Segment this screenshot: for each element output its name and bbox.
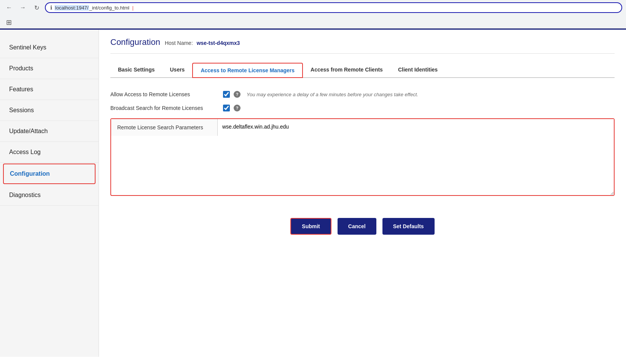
address-text: localhost:1947/_int/config_to.html | [54,5,134,11]
allow-access-label: Allow Access to Remote Licenses [110,91,217,97]
address-highlight: localhost:1947/ [54,5,89,11]
browser-tabs-bar: ⊞ [0,15,626,28]
sidebar-item-sessions[interactable]: Sessions [0,100,99,121]
cancel-button[interactable]: Cancel [338,218,376,235]
host-label: Host Name: wse-tst-d4qxmx3 [165,40,240,46]
allow-access-row: Allow Access to Remote Licenses ? You ma… [110,91,615,98]
browser-content: Sentinel Keys Products Features Sessions… [0,29,626,357]
button-row: Submit Cancel Set Defaults [110,218,615,235]
browser-toolbar: ← → ↻ ℹ localhost:1947/_int/config_to.ht… [0,0,626,15]
forward-button[interactable]: → [18,2,28,13]
sidebar-item-configuration[interactable]: Configuration [3,164,96,184]
sidebar-item-diagnostics[interactable]: Diagnostics [0,185,99,206]
allow-access-info-text: You may experience a delay of a few minu… [247,92,418,97]
main-content: Configuration Host Name: wse-tst-d4qxmx3… [99,30,626,357]
sidebar-item-products[interactable]: Products [0,58,99,79]
tab-client-identities[interactable]: Client Identities [390,63,445,78]
tabs-bar: Basic Settings Users Access to Remote Li… [110,63,615,78]
broadcast-checkbox[interactable] [223,105,230,111]
host-name: wse-tst-d4qxmx3 [197,40,240,46]
tab-access-remote-license[interactable]: Access to Remote License Managers [192,63,303,78]
refresh-button[interactable]: ↻ [31,2,42,13]
page-header: Configuration Host Name: wse-tst-d4qxmx3 [110,37,615,54]
tab-access-remote-clients[interactable]: Access from Remote Clients [303,63,390,78]
set-defaults-button[interactable]: Set Defaults [382,218,435,235]
allow-access-controls: ? [223,91,241,98]
search-params-label: Remote License Search Parameters [111,119,218,136]
sidebar-item-access-log[interactable]: Access Log [0,142,99,163]
allow-access-help-icon[interactable]: ? [234,91,241,98]
browser-chrome: ← → ↻ ℹ localhost:1947/_int/config_to.ht… [0,0,626,29]
broadcast-row: Broadcast Search for Remote Licenses ? [110,105,615,111]
broadcast-help-icon[interactable]: ? [234,105,241,111]
broadcast-label: Broadcast Search for Remote Licenses [110,105,217,111]
tab-basic-settings[interactable]: Basic Settings [110,63,162,78]
app-layout: Sentinel Keys Products Features Sessions… [0,30,626,357]
sidebar-item-update-attach[interactable]: Update/Attach [0,121,99,142]
tab-users[interactable]: Users [162,63,192,78]
search-params-textarea[interactable] [218,119,614,195]
sidebar: Sentinel Keys Products Features Sessions… [0,30,99,357]
grid-icon[interactable]: ⊞ [4,17,14,28]
search-params-row: Remote License Search Parameters [110,118,615,196]
sidebar-item-sentinel-keys[interactable]: Sentinel Keys [0,37,99,58]
allow-access-checkbox[interactable] [223,91,230,98]
submit-button[interactable]: Submit [290,218,331,235]
form-section: Allow Access to Remote Licenses ? You ma… [110,87,615,207]
page-title: Configuration [110,37,160,47]
broadcast-controls: ? [223,105,241,111]
sidebar-item-features[interactable]: Features [0,79,99,100]
address-bar[interactable]: ℹ localhost:1947/_int/config_to.html | [45,2,622,13]
info-icon: ℹ [50,5,52,11]
back-button[interactable]: ← [4,2,14,13]
